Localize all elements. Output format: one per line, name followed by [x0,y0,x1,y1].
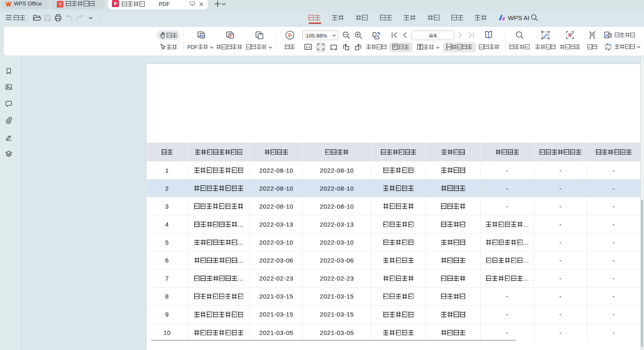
svg-text:1:1: 1:1 [306,45,311,49]
svg-text:W: W [200,33,204,38]
svg-text:A: A [606,33,609,38]
svg-text:A: A [609,43,611,47]
svg-text:P: P [114,1,117,6]
